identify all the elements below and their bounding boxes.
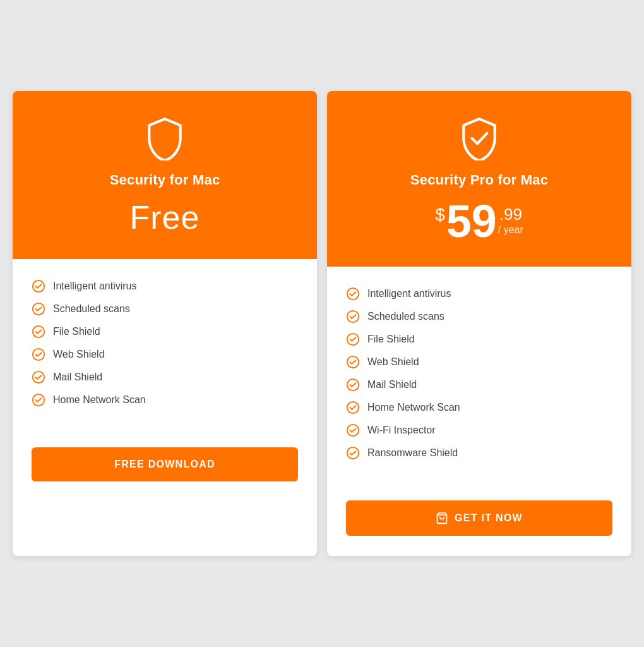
pro-price-period: / year xyxy=(498,224,523,236)
shield-check-icon xyxy=(457,116,501,160)
feature-label: File Shield xyxy=(53,326,100,337)
free-download-label: FREE DOWNLOAD xyxy=(114,459,215,470)
list-item: Web Shield xyxy=(346,355,612,369)
free-plan-price: Free xyxy=(129,198,200,236)
free-card-footer: FREE DOWNLOAD xyxy=(13,447,317,502)
list-item: Intelligent antivirus xyxy=(32,279,298,293)
feature-label: Ransomware Shield xyxy=(367,447,458,459)
list-item: File Shield xyxy=(346,332,612,346)
pro-price-dollar: $ xyxy=(435,205,445,225)
list-item: Scheduled scans xyxy=(346,310,612,324)
feature-check-icon xyxy=(346,423,360,437)
feature-label: Mail Shield xyxy=(53,372,102,383)
feature-label: Scheduled scans xyxy=(367,311,444,322)
free-features-list: Intelligent antivirus Scheduled scans Fi… xyxy=(32,279,298,407)
feature-label: Home Network Scan xyxy=(53,394,146,406)
feature-check-icon xyxy=(32,279,45,293)
feature-check-icon xyxy=(32,370,45,384)
feature-label: Scheduled scans xyxy=(53,303,130,315)
feature-check-icon xyxy=(346,310,360,324)
feature-label: Intelligent antivirus xyxy=(53,281,137,292)
feature-check-icon xyxy=(346,332,360,346)
list-item: Mail Shield xyxy=(346,378,612,392)
list-item: Wi-Fi Inspector xyxy=(346,423,612,437)
feature-label: Intelligent antivirus xyxy=(367,288,451,299)
feature-check-icon xyxy=(346,446,360,460)
list-item: File Shield xyxy=(32,325,298,339)
get-it-now-label: GET IT NOW xyxy=(455,512,523,524)
get-it-now-button[interactable]: GET IT NOW xyxy=(346,500,612,536)
free-plan-card: Security for Mac Free Intelligent antivi… xyxy=(13,91,317,556)
pricing-cards-container: Security for Mac Free Intelligent antivi… xyxy=(13,91,631,556)
feature-check-icon xyxy=(346,355,360,369)
list-item: Scheduled scans xyxy=(32,302,298,316)
free-card-body: Intelligent antivirus Scheduled scans Fi… xyxy=(13,259,317,447)
list-item: Web Shield xyxy=(32,348,298,361)
feature-check-icon xyxy=(32,348,45,361)
list-item: Home Network Scan xyxy=(346,401,612,414)
feature-label: Mail Shield xyxy=(367,379,417,390)
free-download-button[interactable]: FREE DOWNLOAD xyxy=(32,447,298,481)
pro-plan-card: Security Pro for Mac $ 59 .99 / year Int… xyxy=(327,91,631,556)
free-card-header: Security for Mac Free xyxy=(13,91,317,259)
pro-price-cents-year: .99 / year xyxy=(498,205,523,236)
list-item: Home Network Scan xyxy=(32,393,298,407)
pro-features-list: Intelligent antivirus Scheduled scans Fi… xyxy=(346,287,612,460)
cart-icon xyxy=(436,512,448,524)
feature-label: Web Shield xyxy=(367,356,419,368)
feature-label: Home Network Scan xyxy=(367,402,460,413)
list-item: Intelligent antivirus xyxy=(346,287,612,301)
feature-check-icon xyxy=(346,378,360,392)
feature-label: File Shield xyxy=(367,334,415,345)
list-item: Ransomware Shield xyxy=(346,446,612,460)
feature-label: Wi-Fi Inspector xyxy=(367,425,436,436)
free-plan-title: Security for Mac xyxy=(110,172,220,188)
pro-plan-title: Security Pro for Mac xyxy=(410,172,548,188)
pro-price-cents: .99 xyxy=(498,205,523,224)
feature-check-icon xyxy=(346,401,360,414)
pro-card-footer: GET IT NOW xyxy=(327,500,631,556)
feature-check-icon xyxy=(346,287,360,301)
shield-outline-icon xyxy=(143,116,187,160)
feature-check-icon xyxy=(32,393,45,407)
pro-plan-price-container: $ 59 .99 / year xyxy=(435,198,523,244)
pro-card-header: Security Pro for Mac $ 59 .99 / year xyxy=(327,91,631,267)
feature-check-icon xyxy=(32,325,45,339)
feature-check-icon xyxy=(32,302,45,316)
list-item: Mail Shield xyxy=(32,370,298,384)
feature-label: Web Shield xyxy=(53,349,105,360)
pro-card-body: Intelligent antivirus Scheduled scans Fi… xyxy=(327,267,631,500)
pro-price-main: 59 xyxy=(446,198,497,244)
